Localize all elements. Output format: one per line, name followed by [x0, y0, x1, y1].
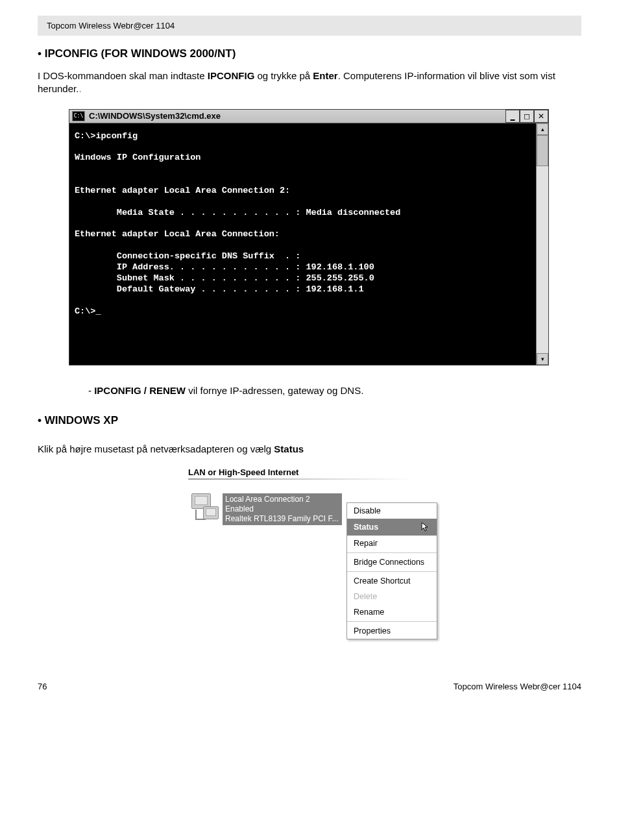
trailing-dot: . [79, 83, 81, 94]
cmd-output: C:\>ipconfig Windows IP Configuration Et… [69, 123, 536, 365]
para-text: Klik på højre musetast på netværksadapte… [38, 443, 274, 454]
renew-cmd: IPCONFIG / RENEW [94, 385, 186, 396]
ctx-repair[interactable]: Repair [347, 536, 437, 551]
lan-connection-item[interactable]: Local Area Connection 2 Enabled Realtek … [188, 493, 343, 526]
lan-item-text: Local Area Connection 2 Enabled Realtek … [223, 493, 342, 525]
network-connection-icon [189, 493, 223, 525]
page-footer: 76 Topcom Wireless Webr@cer 1104 [38, 682, 581, 691]
minimize-button[interactable]: ‗ [505, 110, 520, 123]
page-number: 76 [38, 682, 47, 691]
ctx-bridge[interactable]: Bridge Connections [347, 554, 437, 570]
ctx-separator [347, 571, 437, 572]
scrollbar[interactable]: ▴ ▾ [536, 123, 548, 365]
renew-text: vil fornye IP-adressen, gateway og DNS. [186, 385, 363, 396]
ctx-properties[interactable]: Properties [347, 623, 437, 639]
ctx-rename[interactable]: Rename [347, 604, 437, 620]
enter-word: Enter [313, 70, 337, 81]
cmd-icon-text: C:\ [74, 113, 83, 119]
ctx-separator [347, 552, 437, 553]
dash: - [88, 385, 94, 396]
close-button[interactable]: ✕ [534, 110, 548, 123]
para-text: og trykke på [254, 70, 313, 81]
context-menu: Disable Status Repair Bridge Connections… [346, 502, 437, 639]
cursor-icon [421, 522, 430, 532]
section-title-xp: • WINDOWS XP [38, 414, 581, 427]
cmd-title: C:\WINDOWS\System32\cmd.exe [89, 110, 505, 122]
cmd-screenshot: C:\ C:\WINDOWS\System32\cmd.exe ‗ ◻ ✕ C:… [69, 109, 549, 365]
doc-header-bar: Topcom Wireless Webr@cer 1104 [38, 16, 581, 36]
para-text: I DOS-kommandoen skal man indtaste [38, 70, 208, 81]
ctx-delete: Delete [347, 589, 437, 604]
maximize-button[interactable]: ◻ [520, 110, 534, 123]
ipconfig-word: IPCONFIG [208, 70, 255, 81]
cmd-icon: C:\ [72, 111, 85, 121]
scroll-up-icon[interactable]: ▴ [537, 123, 548, 135]
lan-divider [188, 478, 439, 480]
bullet: • [38, 47, 42, 60]
section-title-text: IPCONFIG (FOR WINDOWS 2000/NT) [45, 47, 236, 60]
lan-name: Local Area Connection 2 [225, 495, 339, 504]
cmd-titlebar: C:\ C:\WINDOWS\System32\cmd.exe ‗ ◻ ✕ [69, 110, 548, 123]
lan-adapter: Realtek RTL8139 Family PCI F... [225, 514, 339, 524]
lan-panel-screenshot: LAN or High-Speed Internet Local Area Co… [188, 467, 439, 526]
ctx-shortcut[interactable]: Create Shortcut [347, 573, 437, 589]
section-title-text: WINDOWS XP [45, 414, 118, 426]
ctx-status-label: Status [354, 523, 378, 532]
ctx-separator [347, 621, 437, 622]
scroll-track[interactable] [537, 135, 548, 353]
section2-paragraph: Klik på højre musetast på netværksadapte… [38, 443, 581, 456]
scroll-down-icon[interactable]: ▾ [537, 353, 548, 365]
status-word: Status [274, 443, 304, 454]
ctx-disable[interactable]: Disable [347, 503, 437, 519]
bullet: • [38, 414, 42, 426]
lan-header: LAN or High-Speed Internet [188, 467, 439, 478]
renew-note: - IPCONFIG / RENEW vil fornye IP-adresse… [88, 385, 581, 396]
section1-paragraph: I DOS-kommandoen skal man indtaste IPCON… [38, 69, 581, 96]
section-title-ipconfig: • IPCONFIG (FOR WINDOWS 2000/NT) [38, 47, 581, 60]
scroll-thumb[interactable] [537, 135, 548, 166]
ctx-status[interactable]: Status [347, 519, 437, 536]
lan-status: Enabled [225, 504, 339, 514]
footer-product: Topcom Wireless Webr@cer 1104 [454, 682, 581, 691]
